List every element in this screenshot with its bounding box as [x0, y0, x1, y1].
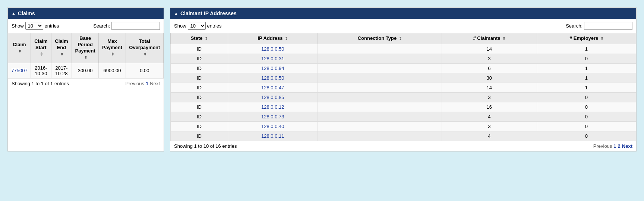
- ip-cell-connection-type: [318, 83, 442, 92]
- ip-address-link[interactable]: 128.0.0.31: [261, 56, 284, 61]
- ip-collapse-icon[interactable]: ▲: [174, 11, 178, 16]
- claims-panel-controls: Show 10 25 50 100 entries Search:: [8, 19, 164, 33]
- ip-search-controls: Search:: [566, 22, 632, 30]
- ip-address-link[interactable]: 128.0.0.40: [261, 124, 284, 129]
- ip-cell-ip-address: 128.0.0.73: [228, 112, 318, 121]
- ip-cell-num-employers: 0: [537, 102, 636, 112]
- ip-cell-num-employers: 0: [537, 92, 636, 102]
- ip-cell-connection-type: [318, 63, 442, 73]
- page-wrapper: ▲ Claims Show 10 25 50 100 entries Searc…: [7, 7, 637, 151]
- ip-cell-state: ID: [171, 121, 228, 131]
- ip-pagination: Previous 1 2 Next: [593, 143, 632, 149]
- claims-next-label[interactable]: Next: [150, 81, 160, 86]
- ip-cell-num-employers: 0: [537, 131, 636, 141]
- ip-panel-title: Claimant IP Addresses: [180, 10, 237, 16]
- ip-cell-ip-address: 128.0.0.47: [228, 83, 318, 92]
- claims-col-claim[interactable]: Claim ⇕: [8, 33, 31, 63]
- ip-address-link[interactable]: 128.0.0.50: [261, 46, 284, 52]
- ip-table-row: ID 128.0.0.85 3 0: [171, 92, 636, 102]
- ip-table-row: ID 128.0.0.47 14 1: [171, 83, 636, 92]
- ip-cell-state: ID: [171, 112, 228, 121]
- claims-panel-footer: Showing 1 to 1 of 1 entries Previous 1 N…: [8, 79, 164, 89]
- claims-col-max-payment[interactable]: MaxPayment ⇕: [99, 33, 126, 63]
- ip-cell-ip-address: 128.0.0.12: [228, 102, 318, 112]
- claims-cell-claim-start: 2016-10-30: [31, 63, 51, 78]
- claims-footer-text: Showing 1 to 1 of 1 entries: [12, 81, 69, 86]
- ip-next-label-link[interactable]: Next: [622, 143, 632, 149]
- ip-table-row: ID 128.0.0.12 16 0: [171, 102, 636, 112]
- ip-address-link[interactable]: 128.0.0.12: [261, 104, 284, 110]
- claims-cell-base-period-payment: 300.00: [72, 63, 98, 78]
- ip-cell-connection-type: [318, 112, 442, 121]
- ip-address-link[interactable]: 128.0.0.85: [261, 95, 284, 100]
- claims-search-controls: Search:: [93, 22, 160, 30]
- claims-col-claim-start[interactable]: ClaimStart ⇕: [31, 33, 51, 63]
- claims-col-claim-end[interactable]: ClaimEnd ⇕: [51, 33, 72, 63]
- ip-col-num-claimants[interactable]: # Claimants ⇕: [442, 33, 537, 44]
- ip-address-link[interactable]: 128.0.0.47: [261, 85, 284, 90]
- ip-search-input[interactable]: [584, 22, 632, 30]
- claims-entries-label: entries: [45, 23, 59, 29]
- ip-cell-num-claimants: 14: [442, 83, 537, 92]
- ip-cell-ip-address: 128.0.0.11: [228, 131, 318, 141]
- ip-cell-connection-type: [318, 131, 442, 141]
- ip-cell-num-claimants: 30: [442, 73, 537, 83]
- claims-cell-total-overpayment: 0.00: [126, 63, 163, 78]
- ip-col-num-employers[interactable]: # Employers ⇕: [537, 33, 636, 44]
- ip-footer-text: Showing 1 to 10 of 16 entries: [174, 143, 237, 149]
- ip-cell-state: ID: [171, 83, 228, 92]
- ip-cell-connection-type: [318, 44, 442, 54]
- ip-address-link[interactable]: 128.0.0.11: [261, 133, 284, 139]
- ip-col-ip-address[interactable]: IP Address ⇕: [228, 33, 318, 44]
- ip-cell-num-employers: 1: [537, 63, 636, 73]
- claims-show-controls: Show 10 25 50 100 entries: [12, 22, 59, 30]
- ip-cell-state: ID: [171, 73, 228, 83]
- ip-address-link[interactable]: 128.0.0.73: [261, 114, 284, 119]
- ip-table: State ⇕ IP Address ⇕ Connection Type ⇕ #…: [170, 33, 636, 141]
- claims-page-1-link[interactable]: 1: [146, 81, 148, 86]
- ip-table-row: ID 128.0.0.31 3 0: [171, 54, 636, 63]
- claims-table-header-row: Claim ⇕ ClaimStart ⇕ ClaimEnd ⇕ BasePeri…: [8, 33, 164, 63]
- ip-cell-state: ID: [171, 54, 228, 63]
- ip-panel: ▲ Claimant IP Addresses Show 10 25 50 10…: [170, 7, 637, 151]
- ip-table-row: ID 128.0.0.50 14 1: [171, 44, 636, 54]
- ip-show-label: Show: [174, 23, 186, 29]
- claims-entries-select[interactable]: 10 25 50 100: [25, 22, 43, 30]
- claims-pagination: Previous 1 Next: [125, 81, 160, 86]
- claims-col-total-overpayment[interactable]: TotalOverpayment ⇕: [126, 33, 163, 63]
- ip-entries-select[interactable]: 10 25 50 100: [188, 22, 206, 30]
- ip-cell-num-claimants: 3: [442, 121, 537, 131]
- ip-cell-num-employers: 1: [537, 44, 636, 54]
- ip-cell-num-claimants: 14: [442, 44, 537, 54]
- ip-page-1-link[interactable]: 1: [613, 143, 616, 149]
- ip-panel-header: ▲ Claimant IP Addresses: [170, 8, 636, 19]
- claims-panel: ▲ Claims Show 10 25 50 100 entries Searc…: [7, 7, 164, 151]
- ip-cell-connection-type: [318, 73, 442, 83]
- ip-cell-num-employers: 0: [537, 121, 636, 131]
- ip-cell-num-claimants: 4: [442, 112, 537, 121]
- ip-col-connection-type[interactable]: Connection Type ⇕: [318, 33, 442, 44]
- ip-cell-connection-type: [318, 92, 442, 102]
- ip-address-link[interactable]: 128.0.0.50: [261, 75, 284, 81]
- claims-col-base-period-payment[interactable]: BasePeriodPayment ⇕: [72, 33, 98, 63]
- ip-page-2-link[interactable]: 2: [618, 143, 621, 149]
- claims-previous-label: Previous: [125, 81, 144, 86]
- claims-panel-title: Claims: [18, 10, 35, 16]
- ip-cell-connection-type: [318, 102, 442, 112]
- ip-table-row: ID 128.0.0.50 30 1: [171, 73, 636, 83]
- ip-cell-num-claimants: 3: [442, 92, 537, 102]
- ip-table-row: ID 128.0.0.94 6 1: [171, 63, 636, 73]
- claim-link[interactable]: 775007: [11, 68, 27, 73]
- ip-cell-state: ID: [171, 92, 228, 102]
- claims-collapse-icon[interactable]: ▲: [12, 11, 16, 16]
- ip-cell-num-employers: 0: [537, 54, 636, 63]
- ip-cell-num-employers: 1: [537, 83, 636, 92]
- ip-col-state[interactable]: State ⇕: [171, 33, 228, 44]
- claims-search-input[interactable]: [111, 22, 160, 30]
- ip-show-controls: Show 10 25 50 100 entries: [174, 22, 222, 30]
- claims-table-row: 775007 2016-10-30 2017-10-28 300.00 6900…: [8, 63, 164, 78]
- ip-entries-label: entries: [207, 23, 222, 29]
- ip-address-link[interactable]: 128.0.0.94: [261, 66, 284, 71]
- ip-cell-connection-type: [318, 121, 442, 131]
- ip-cell-num-claimants: 4: [442, 131, 537, 141]
